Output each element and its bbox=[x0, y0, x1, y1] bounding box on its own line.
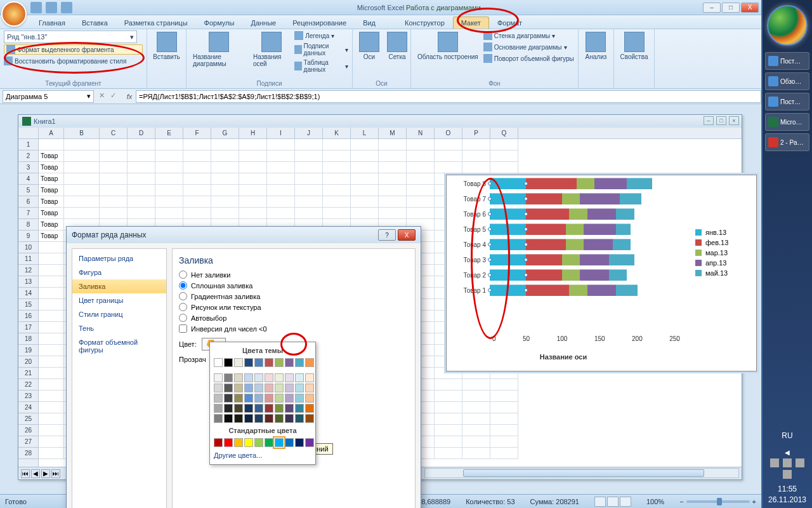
color-swatch[interactable] bbox=[305, 394, 314, 403]
tab-chart-layout[interactable]: Макет bbox=[453, 17, 489, 29]
cell[interactable] bbox=[39, 299, 64, 311]
cell[interactable] bbox=[239, 185, 267, 196]
cell[interactable] bbox=[435, 379, 462, 391]
column-header[interactable]: Q bbox=[490, 128, 518, 138]
color-swatch[interactable] bbox=[244, 404, 253, 413]
cell[interactable] bbox=[39, 139, 64, 150]
cell[interactable] bbox=[351, 196, 379, 208]
cell[interactable] bbox=[64, 208, 100, 219]
cell[interactable]: Товар bbox=[39, 196, 64, 208]
color-swatch[interactable] bbox=[285, 438, 294, 447]
chart-bar[interactable]: Товар 8 bbox=[490, 178, 652, 189]
column-header[interactable]: D bbox=[128, 128, 155, 138]
column-header[interactable]: A bbox=[39, 128, 64, 138]
cell[interactable] bbox=[155, 208, 183, 219]
cell[interactable] bbox=[128, 208, 155, 219]
cell[interactable] bbox=[295, 208, 323, 219]
cell[interactable] bbox=[128, 173, 155, 185]
cell[interactable] bbox=[64, 150, 100, 162]
cell[interactable] bbox=[100, 185, 128, 196]
bar-segment[interactable] bbox=[490, 269, 526, 281]
column-header[interactable]: I bbox=[267, 128, 295, 138]
color-swatch[interactable] bbox=[224, 394, 233, 403]
cell[interactable] bbox=[239, 196, 267, 208]
bar-segment[interactable] bbox=[569, 284, 587, 296]
row-header[interactable]: 9 bbox=[18, 231, 38, 242]
selection-handle[interactable] bbox=[488, 197, 492, 201]
color-swatch[interactable] bbox=[265, 373, 273, 382]
row-header[interactable]: 10 bbox=[18, 242, 38, 253]
color-swatch[interactable] bbox=[214, 394, 223, 403]
cell[interactable] bbox=[295, 162, 323, 173]
radio-no-fill[interactable]: Нет заливки bbox=[179, 271, 409, 279]
bar-segment[interactable] bbox=[587, 208, 617, 220]
row-header[interactable]: 14 bbox=[18, 288, 38, 299]
column-header[interactable]: M bbox=[379, 128, 407, 138]
row-header[interactable]: 19 bbox=[18, 345, 38, 356]
cell[interactable] bbox=[435, 425, 462, 436]
cell[interactable] bbox=[435, 402, 462, 413]
minimize-button[interactable]: – bbox=[703, 3, 721, 13]
cell[interactable] bbox=[462, 402, 490, 413]
selection-handle[interactable] bbox=[524, 212, 528, 216]
cell[interactable] bbox=[39, 333, 64, 345]
cell[interactable] bbox=[351, 208, 379, 219]
color-swatch[interactable] bbox=[234, 404, 243, 413]
cell[interactable] bbox=[462, 425, 490, 436]
bar-segment[interactable] bbox=[584, 224, 616, 235]
cell[interactable] bbox=[379, 150, 407, 162]
cell[interactable] bbox=[295, 150, 323, 162]
selection-handle[interactable] bbox=[488, 243, 492, 246]
cell[interactable] bbox=[407, 196, 435, 208]
bar-segment[interactable] bbox=[526, 239, 566, 250]
language-indicator[interactable]: RU bbox=[782, 431, 792, 440]
color-swatch[interactable] bbox=[275, 414, 284, 423]
bar-segment[interactable] bbox=[620, 193, 641, 204]
clock[interactable]: 11:55 26.11.2013 bbox=[768, 484, 806, 505]
bar-segment[interactable] bbox=[526, 254, 562, 265]
cell[interactable] bbox=[490, 413, 518, 425]
bar-segment[interactable] bbox=[490, 193, 526, 204]
color-swatch[interactable] bbox=[295, 438, 304, 447]
cell[interactable] bbox=[100, 208, 128, 219]
selection-handle[interactable] bbox=[488, 182, 492, 185]
chart-object[interactable]: Товар 8Товар 7Товар 6Товар 5Товар 4Товар… bbox=[446, 175, 757, 371]
chart-legend[interactable]: янв.13фев.13мар.13апр.13май.13 bbox=[695, 226, 750, 279]
cell[interactable] bbox=[323, 150, 351, 162]
taskbar-item[interactable]: Пост… bbox=[765, 93, 809, 110]
taskbar-item[interactable]: 2 - Pa… bbox=[765, 133, 809, 151]
color-swatch[interactable] bbox=[295, 394, 304, 403]
cell[interactable]: Товар bbox=[39, 231, 64, 242]
chart-bar[interactable]: Товар 7 bbox=[490, 193, 641, 204]
color-swatch[interactable] bbox=[305, 404, 314, 413]
color-swatch[interactable] bbox=[295, 358, 304, 367]
row-header[interactable]: 16 bbox=[18, 311, 38, 322]
color-swatch[interactable] bbox=[285, 358, 294, 367]
row-header[interactable]: 17 bbox=[18, 322, 38, 333]
row-header[interactable]: 25 bbox=[18, 413, 38, 425]
color-swatch[interactable] bbox=[214, 358, 223, 367]
cell[interactable] bbox=[435, 391, 462, 402]
cell[interactable] bbox=[407, 173, 435, 185]
tab-view[interactable]: Вид bbox=[355, 17, 384, 29]
column-header[interactable]: P bbox=[462, 128, 490, 138]
color-swatch[interactable] bbox=[214, 373, 223, 382]
row-header[interactable]: 12 bbox=[18, 265, 38, 276]
row-header[interactable]: 28 bbox=[18, 448, 38, 459]
tab-page-layout[interactable]: Разметка страницы bbox=[116, 17, 196, 29]
chart-bar[interactable]: Товар 4 bbox=[490, 239, 631, 250]
cell[interactable] bbox=[239, 139, 267, 150]
insert-button[interactable]: Вставить bbox=[150, 30, 182, 62]
column-header[interactable]: L bbox=[351, 128, 379, 138]
zoom-out-icon[interactable]: − bbox=[679, 498, 683, 505]
cell[interactable] bbox=[39, 402, 64, 413]
cell[interactable] bbox=[183, 196, 211, 208]
maximize-button[interactable]: □ bbox=[722, 3, 740, 13]
bar-segment[interactable] bbox=[616, 208, 634, 220]
chart-wall-button[interactable]: Стенка диаграммы ▾ bbox=[483, 30, 574, 41]
cell[interactable] bbox=[267, 185, 295, 196]
row-header[interactable]: 15 bbox=[18, 299, 38, 311]
row-header[interactable]: 26 bbox=[18, 425, 38, 436]
color-swatch[interactable] bbox=[275, 438, 284, 447]
cell[interactable] bbox=[351, 162, 379, 173]
